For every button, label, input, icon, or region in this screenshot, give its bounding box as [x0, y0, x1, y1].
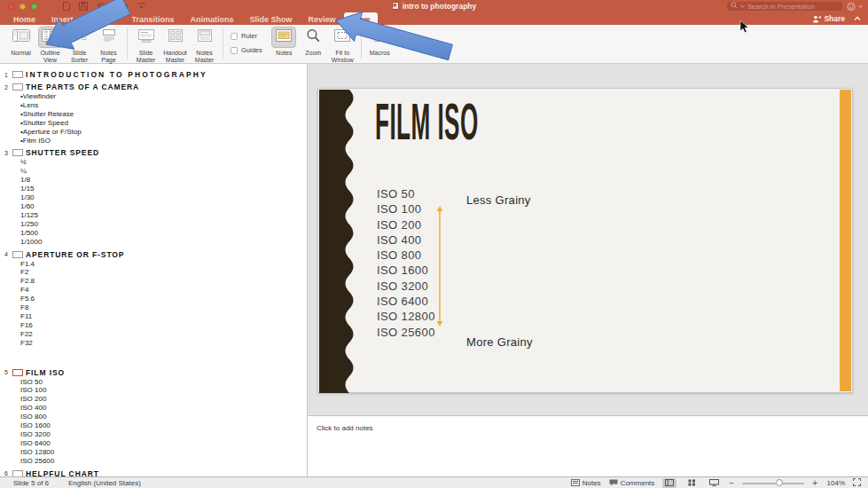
- fit-to-window-button[interactable]: Fit to Window: [329, 27, 356, 63]
- outline-body-line[interactable]: F22: [20, 330, 307, 339]
- slide-sorter-button[interactable]: Slide Sorter: [66, 27, 93, 63]
- share-button[interactable]: Share: [812, 14, 845, 23]
- outline-body-line[interactable]: 1/1000: [20, 238, 307, 247]
- outline-slide-title[interactable]: SHUTTER SPEED: [26, 148, 99, 157]
- toolbar-options-icon[interactable]: [137, 2, 145, 11]
- outline-slide-title[interactable]: APERTURE OR F-STOP: [26, 250, 124, 259]
- zoom-percentage[interactable]: 104%: [825, 479, 845, 487]
- tab-slide-show[interactable]: Slide Show: [242, 12, 301, 25]
- tab-design[interactable]: Design: [82, 12, 124, 25]
- normal-view-button[interactable]: [662, 478, 676, 488]
- outline-view-button[interactable]: Outline View: [36, 27, 64, 63]
- outline-body-line[interactable]: ISO 400: [20, 404, 307, 413]
- comments-toggle-button[interactable]: Comments: [609, 479, 655, 487]
- outline-slide-title[interactable]: THE PARTS OF A CAMERA: [26, 83, 139, 91]
- zoom-slider-knob[interactable]: [776, 479, 783, 486]
- tab-view[interactable]: View: [344, 12, 378, 25]
- outline-body-line[interactable]: F32: [20, 339, 307, 348]
- macros-button[interactable]: Macros: [366, 27, 394, 57]
- outline-body-line[interactable]: ½: [20, 158, 307, 167]
- outline-body-line[interactable]: •Film ISO: [20, 137, 307, 146]
- outline-slide-icon[interactable]: [12, 71, 23, 78]
- tab-review[interactable]: Review: [301, 12, 344, 25]
- search-input[interactable]: Search in Presentation: [727, 2, 842, 11]
- outline-body-line[interactable]: ISO 100: [20, 386, 307, 395]
- slide-title[interactable]: FILM ISO: [375, 100, 479, 143]
- outline-body-line[interactable]: ¼: [20, 167, 307, 176]
- outline-slide-title[interactable]: FILM ISO: [26, 368, 65, 377]
- more-grainy-label[interactable]: More Grainy: [466, 335, 533, 349]
- outline-body-line[interactable]: F8: [20, 303, 307, 312]
- outline-body-line[interactable]: •Aperture or F/Stop: [20, 128, 307, 137]
- tab-animations[interactable]: Animations: [183, 12, 242, 25]
- ruler-checkbox-box[interactable]: [231, 33, 238, 40]
- outline-slide-title[interactable]: INTRODUCTION TO PHOTOGRAPHY: [26, 70, 207, 79]
- outline-slide-icon[interactable]: [12, 83, 23, 91]
- tab-home[interactable]: Home: [5, 12, 43, 25]
- zoom-out-button[interactable]: −: [729, 478, 734, 488]
- outline-heading[interactable]: 6HELPFUL CHART: [0, 469, 307, 476]
- slide-master-button[interactable]: Slide Master: [132, 27, 160, 63]
- outline-body-line[interactable]: F16: [20, 321, 307, 330]
- outline-body-line[interactable]: F2: [20, 268, 307, 277]
- slideshow-view-button[interactable]: [707, 478, 721, 488]
- outline-body-line[interactable]: 1/8: [20, 176, 307, 185]
- iso-value-list[interactable]: ISO 50ISO 100ISO 200ISO 400ISO 800ISO 16…: [377, 186, 435, 340]
- outline-body-line[interactable]: 1/250: [20, 220, 307, 229]
- notes-master-button[interactable]: Notes Master: [191, 27, 218, 63]
- notes-toggle-button[interactable]: Notes: [571, 479, 601, 487]
- outline-heading[interactable]: 1INTRODUCTION TO PHOTOGRAPHY: [0, 70, 307, 79]
- outline-body-line[interactable]: 1/125: [20, 211, 307, 220]
- outline-body-line[interactable]: ISO 50: [20, 378, 307, 387]
- outline-body-line[interactable]: F4: [20, 286, 307, 295]
- language-indicator[interactable]: English (United States): [68, 479, 141, 487]
- outline-body-line[interactable]: 1/500: [20, 229, 307, 238]
- outline-slide-icon[interactable]: [12, 470, 23, 476]
- outline-body-line[interactable]: 1/30: [20, 193, 307, 202]
- outline-body-line[interactable]: •Lens: [20, 101, 307, 110]
- outline-body-line[interactable]: F5.6: [20, 295, 307, 303]
- collapse-ribbon-icon[interactable]: [854, 14, 861, 23]
- outline-slide-title[interactable]: HELPFUL CHART: [26, 469, 99, 476]
- outline-panel[interactable]: 1INTRODUCTION TO PHOTOGRAPHY2THE PARTS O…: [0, 64, 308, 476]
- outline-slide-icon[interactable]: [12, 149, 23, 156]
- normal-button[interactable]: Normal: [7, 27, 35, 57]
- outline-body-line[interactable]: 1/15: [20, 185, 307, 193]
- outline-body-line[interactable]: ISO 6400: [20, 439, 307, 448]
- less-grainy-label[interactable]: Less Grainy: [466, 193, 531, 207]
- outline-body-line[interactable]: •Viewfinder: [20, 92, 307, 101]
- undo-icon[interactable]: [97, 2, 110, 11]
- outline-heading[interactable]: 3SHUTTER SPEED: [0, 148, 307, 157]
- outline-body-line[interactable]: ISO 1600: [20, 421, 307, 430]
- tab-transitions[interactable]: Transitions: [124, 12, 183, 25]
- outline-body-line[interactable]: F1.4: [20, 260, 307, 269]
- slide-canvas[interactable]: FILM ISO ISO 50ISO 100ISO 200ISO 400ISO …: [317, 88, 853, 393]
- handout-master-button[interactable]: Handout Master: [161, 27, 189, 63]
- outline-body-line[interactable]: ISO 800: [20, 413, 307, 421]
- outline-heading[interactable]: 5FILM ISO: [0, 368, 307, 377]
- outline-body-line[interactable]: •Shutter Speed: [20, 119, 307, 128]
- slide-sorter-view-button[interactable]: [684, 478, 699, 488]
- notes-pane[interactable]: Click to add notes: [308, 415, 868, 476]
- outline-body-line[interactable]: ISO 12800: [20, 448, 307, 457]
- close-window-button[interactable]: [8, 4, 14, 10]
- outline-body-line[interactable]: F11: [20, 312, 307, 321]
- tab-insert[interactable]: Insert: [43, 12, 82, 25]
- minimize-window-button[interactable]: [20, 4, 26, 10]
- guides-checkbox[interactable]: Guides: [231, 46, 262, 54]
- fit-slide-to-window-icon[interactable]: [853, 478, 861, 488]
- notes-page-button[interactable]: Notes Page: [95, 27, 122, 63]
- outline-heading[interactable]: 4APERTURE OR F-STOP: [0, 250, 307, 259]
- outline-slide-icon[interactable]: [12, 369, 23, 376]
- ruler-checkbox[interactable]: Ruler: [231, 32, 262, 40]
- notes-button[interactable]: Notes: [270, 27, 298, 57]
- outline-body-line[interactable]: ISO 3200: [20, 430, 307, 439]
- outline-body-line[interactable]: •Shutter Release: [20, 110, 307, 119]
- outline-body-line[interactable]: 1/60: [20, 202, 307, 211]
- new-document-icon[interactable]: [62, 2, 70, 11]
- feedback-smiley-icon[interactable]: [847, 2, 863, 12]
- outline-body-line[interactable]: ISO 25600: [20, 457, 307, 466]
- zoom-in-button[interactable]: +: [812, 478, 817, 488]
- redo-icon[interactable]: [119, 2, 129, 11]
- zoom-slider[interactable]: [742, 478, 804, 488]
